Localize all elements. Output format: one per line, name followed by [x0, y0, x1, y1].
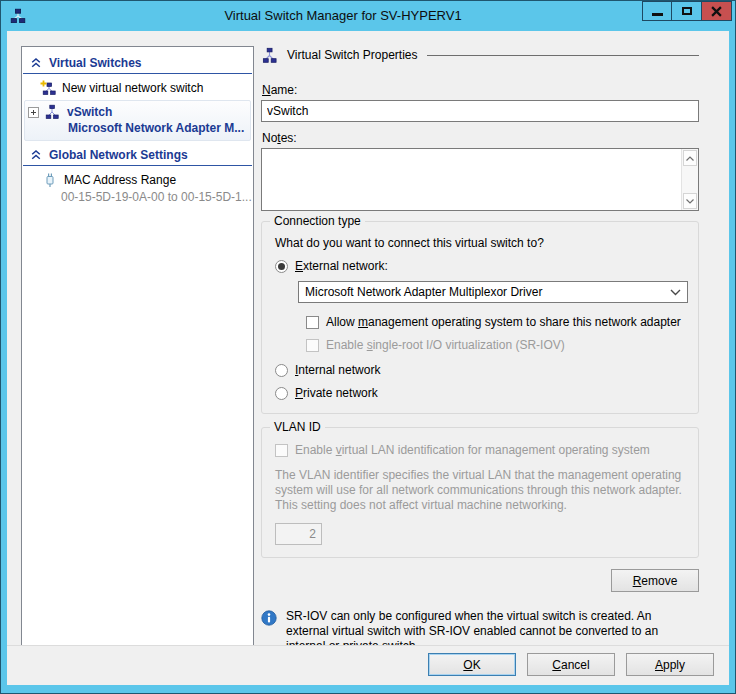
adapter-dropdown[interactable]: Microsoft Network Adapter Multiplexor Dr…: [298, 281, 688, 303]
name-label: Name:: [262, 83, 699, 97]
name-input[interactable]: [261, 100, 699, 122]
chevron-up-icon: [686, 156, 694, 161]
info-icon: [261, 610, 277, 626]
remove-button[interactable]: Remove: [611, 569, 699, 592]
tree-item-mac-range-value: 00-15-5D-19-0A-00 to 00-15-5D-1...: [22, 190, 253, 206]
private-network-label: Private network: [295, 386, 378, 400]
vlan-id-group-label: VLAN ID: [270, 420, 325, 434]
allow-management-checkbox-row[interactable]: Allow management operating system to sha…: [306, 314, 688, 330]
tree-item-vswitch-selected[interactable]: vSwitch Microsoft Network Adapter M...: [24, 100, 251, 141]
titlebar: Virtual Switch Manager for SV-HYPERV1: [1, 1, 735, 31]
allow-management-checkbox[interactable]: [306, 316, 319, 329]
vlan-enable-label: Enable virtual LAN identification for ma…: [295, 443, 650, 457]
private-network-radio-row[interactable]: Private network: [275, 385, 688, 401]
notes-label: Notes:: [262, 131, 699, 145]
remove-row: Remove: [261, 569, 699, 592]
dialog-content: Virtual Switches New virtual network swi…: [7, 31, 729, 685]
properties-panel: Virtual Switch Properties Name: Notes:: [261, 46, 699, 654]
tree-item-vswitch-adapter: Microsoft Network Adapter M...: [25, 121, 250, 137]
sriov-label: Enable single-root I/O virtualization (S…: [326, 338, 565, 352]
notes-scrollbar[interactable]: [681, 149, 698, 210]
apply-button[interactable]: Apply: [626, 653, 714, 676]
window-controls: [642, 1, 732, 21]
private-network-radio[interactable]: [275, 387, 288, 400]
scroll-down-button[interactable]: [683, 193, 697, 209]
mac-range-icon: [42, 172, 58, 188]
tree-section-virtual-switches[interactable]: Virtual Switches: [22, 54, 253, 73]
tree-section-rule: [23, 165, 252, 166]
sriov-checkbox-row: Enable single-root I/O virtualization (S…: [306, 337, 688, 353]
external-network-radio-row[interactable]: External network:: [275, 258, 688, 274]
tree-section-label: Global Network Settings: [49, 148, 188, 162]
tree-item-label: MAC Address Range: [64, 173, 176, 187]
chevron-down-icon: [686, 199, 694, 204]
minimize-button[interactable]: [642, 1, 672, 21]
tree-item-label: New virtual network switch: [62, 81, 203, 95]
vlan-description: The VLAN identifier specifies the virtua…: [275, 468, 683, 513]
allow-management-label: Allow management operating system to sha…: [326, 315, 681, 329]
vlan-id-group: VLAN ID Enable virtual LAN identificatio…: [261, 427, 699, 558]
tree-section-rule: [23, 73, 252, 74]
external-network-label: External network:: [295, 259, 388, 273]
vlan-id-input: [275, 523, 322, 545]
minimize-icon: [652, 13, 663, 16]
vlan-enable-checkbox-row: Enable virtual LAN identification for ma…: [275, 442, 688, 458]
properties-section-header: Virtual Switch Properties: [261, 46, 699, 64]
notes-field: [261, 148, 699, 211]
tree-section-label: Virtual Switches: [49, 56, 141, 70]
close-button[interactable]: [702, 1, 732, 21]
chevron-down-icon: [670, 289, 681, 296]
external-network-radio[interactable]: [275, 260, 288, 273]
expand-plus-icon[interactable]: [28, 107, 39, 118]
app-icon: [10, 8, 26, 24]
ok-button[interactable]: OK: [428, 653, 516, 676]
window-title: Virtual Switch Manager for SV-HYPERV1: [61, 8, 625, 23]
tree-section-global-settings[interactable]: Global Network Settings: [22, 146, 253, 165]
virtual-switch-icon: [44, 104, 60, 120]
internal-network-radio-row[interactable]: Internal network: [275, 362, 688, 378]
tree-item-vswitch-name: vSwitch: [67, 105, 112, 119]
internal-network-radio[interactable]: [275, 364, 288, 377]
notes-input[interactable]: [262, 149, 681, 210]
sriov-checkbox: [306, 339, 319, 352]
virtual-switch-manager-window: Virtual Switch Manager for SV-HYPERV1 Vi…: [0, 0, 736, 694]
connection-question: What do you want to connect this virtual…: [275, 236, 688, 250]
maximize-button[interactable]: [672, 1, 702, 21]
virtual-switch-icon: [261, 47, 278, 64]
new-switch-icon: [40, 80, 56, 96]
collapse-chevrons-icon: [31, 58, 41, 68]
collapse-chevrons-icon: [31, 150, 41, 160]
cancel-button[interactable]: Cancel: [527, 653, 615, 676]
scroll-up-button[interactable]: [683, 150, 697, 166]
properties-header-title: Virtual Switch Properties: [287, 48, 418, 62]
switches-tree-panel: Virtual Switches New virtual network swi…: [21, 46, 254, 646]
vlan-enable-checkbox: [275, 444, 288, 457]
footer-button-bar: OK Cancel Apply: [7, 645, 729, 685]
connection-type-group: Connection type What do you want to conn…: [261, 221, 699, 414]
maximize-icon: [682, 7, 692, 15]
adapter-dropdown-value: Microsoft Network Adapter Multiplexor Dr…: [305, 285, 670, 299]
connection-type-group-label: Connection type: [270, 214, 365, 228]
tree-item-mac-address-range[interactable]: MAC Address Range: [22, 170, 253, 190]
close-icon: [711, 6, 722, 17]
header-rule: [427, 55, 700, 56]
tree-item-new-virtual-switch[interactable]: New virtual network switch: [22, 78, 253, 98]
internal-network-label: Internal network: [295, 363, 380, 377]
